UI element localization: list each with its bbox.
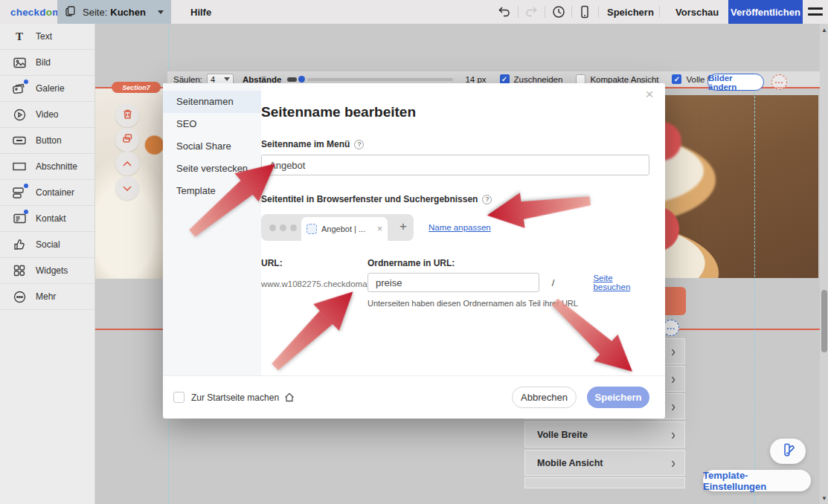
folder-input-row: / Seite besuchen xyxy=(368,273,649,292)
chevron-up-icon xyxy=(122,157,132,170)
page-selector-value: Kuchen xyxy=(110,7,146,18)
publish-button[interactable]: Veröffentlichen xyxy=(728,0,803,24)
mobile-preview-button[interactable] xyxy=(577,4,592,19)
spacing-label: Abstände xyxy=(243,75,281,84)
notification-dot xyxy=(24,184,28,188)
logo-text: checkd xyxy=(10,7,46,18)
sidebar-item-galerie[interactable]: Galerie xyxy=(0,76,94,102)
menu-name-input[interactable] xyxy=(261,155,649,175)
panel-row[interactable] xyxy=(524,477,685,488)
chevron-right-icon: › xyxy=(671,343,675,358)
url-slash: / xyxy=(552,277,555,288)
move-section-down-button[interactable] xyxy=(115,176,139,200)
image-icon xyxy=(12,55,27,70)
section-more-options-button[interactable]: ... xyxy=(771,74,787,90)
url-label: URL: xyxy=(261,258,368,268)
checkbox-label: Zuschneiden xyxy=(514,75,563,84)
layout-guide-right xyxy=(754,88,755,504)
video-icon xyxy=(12,107,27,122)
history-button[interactable] xyxy=(551,4,566,19)
delete-section-button[interactable] xyxy=(115,103,139,127)
panel-row-label: Mobile Ansicht xyxy=(537,458,603,468)
header-divider xyxy=(571,6,572,18)
cancel-button[interactable]: Abbrechen xyxy=(512,387,577,408)
move-section-up-button[interactable] xyxy=(115,152,139,175)
sidebar-item-widgets[interactable]: Widgets xyxy=(0,258,94,284)
page-selector-dropdown[interactable]: Seite: Kuchen xyxy=(57,0,171,24)
spacing-slider-knob[interactable] xyxy=(298,76,305,83)
sidebar-item-label: Button xyxy=(36,135,62,146)
sidebar-item-label: Mehr xyxy=(36,291,56,302)
panel-row-volle-breite[interactable]: Volle Breite› xyxy=(524,421,685,448)
sidebar-item-video[interactable]: Video xyxy=(0,102,94,128)
preview-button[interactable]: Vorschau xyxy=(668,0,726,24)
undo-button[interactable] xyxy=(497,4,512,19)
browser-tab-preview[interactable]: Angebot | ... × xyxy=(301,217,388,241)
folder-name-label: Ordnername in URL: xyxy=(368,258,649,268)
sidebar-item-container[interactable]: Container xyxy=(0,180,94,206)
chevron-right-icon: › xyxy=(671,398,675,413)
modal-nav-social-share[interactable]: Social Share xyxy=(163,135,261,158)
folder-name-input[interactable] xyxy=(368,273,539,292)
help-menu[interactable]: Hilfe xyxy=(190,7,211,18)
redo-button[interactable] xyxy=(524,4,539,19)
browser-title-label: Seitentitel in Browserfenster und Sucher… xyxy=(261,194,478,204)
checkbox-label: Kompakte Ansicht xyxy=(590,75,658,84)
page-scrollbar[interactable]: ▲ ▼ xyxy=(820,24,828,504)
browser-tab-title: Angebot | ... xyxy=(321,224,365,233)
sidebar-item-button[interactable]: Button xyxy=(0,128,94,154)
folder-column: Ordnername in URL: / Seite besuchen Unte… xyxy=(368,258,649,308)
container-icon xyxy=(12,185,27,200)
panel-row-mobile-ansicht[interactable]: Mobile Ansicht› xyxy=(524,450,685,476)
header-divider xyxy=(659,6,660,18)
sidebar-item-abschnitte[interactable]: Abschnitte xyxy=(0,154,94,180)
menu-name-label: Seitenname im Menü xyxy=(261,139,350,149)
spacing-value: 14 px xyxy=(465,75,486,84)
chevron-down-icon xyxy=(122,181,132,195)
contact-icon xyxy=(12,211,27,226)
sidebar-item-mehr[interactable]: Mehr xyxy=(0,284,94,310)
modal-nav-seo[interactable]: SEO xyxy=(163,113,261,135)
notification-dot xyxy=(24,80,28,84)
scrollbar-thumb[interactable] xyxy=(821,290,827,352)
spacing-slider-track[interactable] xyxy=(307,78,453,81)
duplicate-icon xyxy=(122,133,133,147)
sidebar-item-kontakt[interactable]: Kontakt xyxy=(0,206,94,232)
modal-save-button[interactable]: Speichern xyxy=(587,387,649,408)
browser-mockup: Angebot | ... × + xyxy=(261,214,414,241)
sidebar-item-label: Video xyxy=(36,109,58,120)
page-settings-modal: Seitennamen SEO Social Share Seite verst… xyxy=(163,83,665,419)
modal-nav-seitennamen[interactable]: Seitennamen xyxy=(163,91,261,113)
header-divider xyxy=(545,6,545,18)
make-homepage-label: Zur Startseite machen xyxy=(191,392,279,403)
duplicate-section-button[interactable] xyxy=(115,128,139,152)
visit-page-link[interactable]: Seite besuchen xyxy=(593,274,649,291)
sidebar-item-label: Container xyxy=(36,187,74,198)
favicon-placeholder-icon xyxy=(307,224,317,234)
make-homepage-checkbox[interactable]: Zur Startseite machen xyxy=(173,392,295,403)
menu-icon[interactable] xyxy=(808,7,823,16)
modal-title: Seitenname bearbeiten xyxy=(261,104,649,120)
caret-down-icon xyxy=(158,10,164,14)
gallery-icon xyxy=(12,81,27,96)
sidebar-item-text[interactable]: T Text xyxy=(0,24,94,50)
change-images-button[interactable]: Bilder ändern xyxy=(707,74,764,91)
browser-window-dots xyxy=(269,224,297,231)
more-icon xyxy=(12,289,27,304)
adjust-name-link[interactable]: Name anpassen xyxy=(429,223,491,232)
sidebar-item-social[interactable]: Social xyxy=(0,232,94,258)
scroll-down-icon[interactable]: ▼ xyxy=(821,495,827,502)
element-more-options-button[interactable]: ... xyxy=(663,320,679,336)
scroll-up-icon[interactable]: ▲ xyxy=(821,27,827,33)
new-tab-icon: + xyxy=(399,219,407,234)
home-icon xyxy=(284,392,295,402)
help-icon[interactable]: ? xyxy=(354,140,364,149)
design-palette-button[interactable] xyxy=(770,439,806,464)
sidebar-item-bild[interactable]: Bild xyxy=(0,50,94,76)
modal-footer: Zur Startseite machen Abbrechen Speicher… xyxy=(163,375,665,419)
button-icon xyxy=(12,133,27,148)
chevron-right-icon: › xyxy=(671,455,675,470)
thumbs-up-icon xyxy=(12,237,27,252)
template-settings-button[interactable]: Template-Einstellungen xyxy=(703,470,811,491)
save-button[interactable]: Speichern xyxy=(600,0,661,24)
